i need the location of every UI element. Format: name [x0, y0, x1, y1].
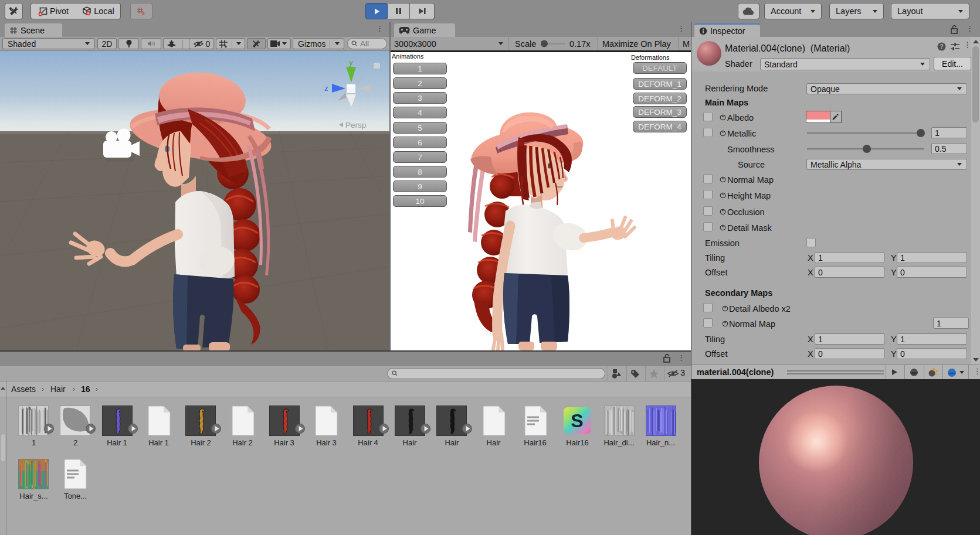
svg-text:?: ?: [940, 43, 943, 50]
svg-text:Persp: Persp: [345, 121, 366, 130]
svg-text:y: y: [349, 58, 353, 67]
svg-text:z: z: [324, 84, 328, 93]
